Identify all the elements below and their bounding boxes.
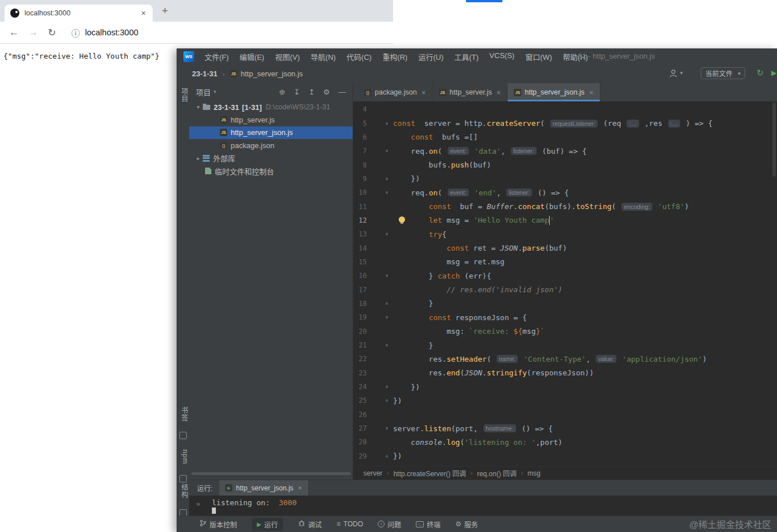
fold-marker[interactable]: ▾	[382, 384, 392, 390]
project-panel-scrollbar[interactable]	[191, 472, 351, 475]
line-number[interactable]: 20	[353, 328, 367, 335]
editor-tab[interactable]: JShttp_server.js×	[432, 83, 508, 101]
code-line[interactable]: 18▾ }	[353, 297, 777, 310]
tool-stripe-icon[interactable]	[179, 432, 187, 439]
code-line[interactable]: 16▾ } catch (err){	[353, 269, 777, 283]
tree-row-file[interactable]: {}package.json	[189, 139, 353, 152]
close-icon[interactable]: ×	[589, 88, 594, 97]
tree-row-external-libraries[interactable]: ▸外部库	[189, 152, 353, 165]
tool-stripe-button[interactable]: npm	[177, 449, 189, 464]
chevron-right-icon[interactable]: ▸	[195, 155, 202, 161]
close-icon[interactable]: ×	[298, 484, 302, 492]
toolwindow-button-terminal[interactable]: >_终端	[416, 519, 440, 529]
line-number[interactable]: 4	[353, 105, 367, 113]
code-line[interactable]: 13▾ try{	[353, 227, 777, 241]
locate-file-icon[interactable]: ⊕	[279, 88, 285, 96]
code-line[interactable]: 8 bufs.push(buf)	[353, 158, 777, 171]
fold-marker[interactable]: ▾	[382, 190, 392, 195]
browser-tab[interactable]: localhost:3000 ×	[5, 5, 153, 22]
reload-button[interactable]: ↻	[48, 27, 56, 39]
fold-marker[interactable]: ▾	[382, 176, 392, 182]
toolwindow-button-problem[interactable]: !问题	[378, 519, 401, 529]
address-url[interactable]: localhost:3000	[85, 28, 138, 37]
line-number[interactable]: 11	[353, 203, 367, 211]
fold-marker[interactable]: ▾	[382, 148, 392, 154]
code-line[interactable]: 20 msg: `receive: ${msg}`	[353, 325, 777, 338]
line-number[interactable]: 10	[353, 189, 367, 197]
line-number[interactable]: 8	[353, 161, 367, 169]
menu-item[interactable]: 代码(C)	[346, 51, 371, 62]
fold-marker[interactable]: ▾	[382, 314, 392, 320]
menu-item[interactable]: 导航(N)	[310, 51, 336, 62]
code-line[interactable]: 28 console.log('listening on: ',port)	[353, 435, 777, 449]
fold-marker[interactable]: ▾	[382, 453, 392, 459]
line-number[interactable]: 17	[353, 286, 367, 294]
breadcrumb-item[interactable]: server	[363, 469, 382, 477]
expand-all-icon[interactable]: ↧	[294, 88, 300, 96]
line-number[interactable]: 5	[353, 120, 367, 128]
tool-stripe-project[interactable]: 项目	[177, 88, 189, 103]
line-number[interactable]: 6	[353, 133, 367, 141]
tree-row-file[interactable]: JShttp_server_json.js	[189, 126, 353, 139]
line-number[interactable]: 22	[353, 355, 367, 363]
code-line[interactable]: 15 msg = ret.msg	[353, 255, 777, 269]
line-number[interactable]: 28	[353, 438, 367, 446]
line-number[interactable]: 15	[353, 258, 367, 266]
collapse-all-icon[interactable]: ↥	[308, 88, 314, 96]
tool-stripe-button[interactable]: 结构	[177, 484, 189, 498]
gear-icon[interactable]: ⚙	[323, 88, 330, 96]
line-number[interactable]: 26	[353, 411, 367, 419]
site-info-icon[interactable]: ⓘ	[71, 27, 80, 39]
code-line[interactable]: 11 const buf = Buffer.concat(bufs).toStr…	[353, 199, 777, 213]
line-number[interactable]: 25	[353, 396, 367, 404]
chevron-down-icon[interactable]: ▾	[195, 104, 202, 110]
editor-scrollbar[interactable]	[772, 103, 776, 177]
fold-marker[interactable]: ▾	[382, 301, 392, 306]
tab-close-icon[interactable]: ×	[140, 9, 147, 18]
fold-marker[interactable]: ▾	[382, 231, 392, 237]
tool-stripe-icon[interactable]	[179, 475, 187, 482]
menu-item[interactable]: 编辑(E)	[240, 51, 264, 62]
line-number[interactable]: 18	[353, 300, 367, 308]
code-line[interactable]: 17 // res.end('invalid json')	[353, 283, 777, 296]
fold-marker[interactable]: ▾	[382, 398, 392, 403]
line-number[interactable]: 9	[353, 175, 367, 183]
code-line[interactable]: 22 res.setHeader( name: 'Content-Type', …	[353, 352, 777, 366]
toolwindow-button-bug[interactable]: 调试	[298, 519, 322, 529]
intention-bulb-icon[interactable]	[399, 216, 405, 223]
line-number[interactable]: 7	[353, 147, 367, 155]
editor-tab[interactable]: JShttp_server_json.js×	[508, 83, 600, 101]
editor-tab[interactable]: {}package.json×	[358, 83, 432, 101]
breadcrumb-item[interactable]: http.createServer() 回调	[394, 468, 466, 478]
menu-item[interactable]: 窗口(W)	[525, 51, 552, 62]
line-number[interactable]: 12	[353, 216, 367, 224]
code-line[interactable]: 21▾ }	[353, 338, 777, 352]
navbar-project-crumb[interactable]: 23-1-31	[192, 69, 218, 78]
code-line[interactable]: 29▾})	[353, 449, 777, 463]
run-icon[interactable]: ▶	[771, 69, 776, 77]
menu-item[interactable]: 文件(F)	[205, 51, 229, 62]
fold-marker[interactable]: ▾	[382, 425, 392, 431]
toolwindow-button-play[interactable]: ▶运行	[252, 518, 283, 531]
tree-row-scratches[interactable]: 临时文件和控制台	[189, 165, 353, 177]
line-number[interactable]: 16	[353, 272, 367, 280]
code-line[interactable]: 19▾ const responseJson = {	[353, 310, 777, 324]
run-console-tab[interactable]: ▶ http_server_json.js ×	[219, 480, 308, 496]
code-editor[interactable]: 45▾const server = http.createServer( req…	[353, 101, 777, 466]
line-number[interactable]: 21	[353, 341, 367, 349]
toolwindow-button-services[interactable]: ⚙服务	[455, 519, 478, 529]
breadcrumb-item[interactable]: req.on() 回调	[477, 468, 516, 478]
code-line[interactable]: 12 let msg = 'Hello Youth camp'	[353, 214, 777, 227]
menu-item[interactable]: VCS(S)	[489, 51, 514, 62]
line-number[interactable]: 19	[353, 313, 367, 321]
code-line[interactable]: 10▾ req.on( event: 'end', listener: () =…	[353, 186, 777, 199]
code-line[interactable]: 7▾ req.on( event: 'data', listener: (buf…	[353, 144, 777, 158]
line-number[interactable]: 23	[353, 369, 367, 377]
close-icon[interactable]: ×	[497, 88, 501, 97]
fold-marker[interactable]: ▾	[382, 273, 392, 279]
close-icon[interactable]: ×	[422, 88, 426, 97]
fold-marker[interactable]: ▾	[382, 342, 392, 348]
breadcrumb-item[interactable]: msg	[527, 469, 541, 477]
back-button[interactable]: ←	[9, 27, 19, 38]
code-line[interactable]: 5▾const server = http.createServer( requ…	[353, 116, 777, 130]
